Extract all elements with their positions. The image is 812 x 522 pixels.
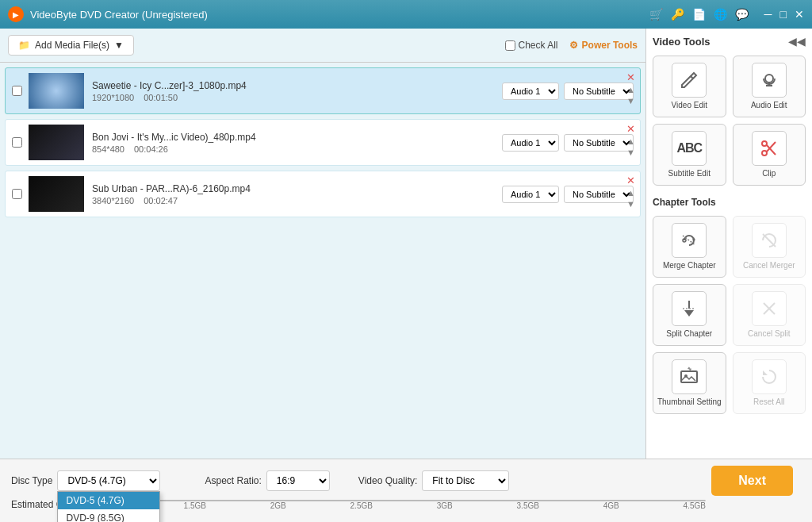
cancel-merger-label: Cancel Merger <box>743 261 795 271</box>
clip-icon <box>752 131 787 166</box>
file-thumbnail-1 <box>29 73 84 109</box>
audio-select-2[interactable]: Audio 1 <box>502 134 559 152</box>
capacity-progress-bar <box>104 500 706 501</box>
subtitle-select-2[interactable]: No Subtitle <box>564 134 634 152</box>
tools-icon: ⚙ <box>569 40 578 51</box>
svg-point-13 <box>684 374 688 378</box>
merge-chapter-icon <box>672 223 707 258</box>
next-btn-container: Next <box>711 466 801 496</box>
video-edit-label: Video Edit <box>672 101 707 110</box>
disc-type-dropdown-container: DVD-5 (4.7G) DVD-9 (8.5G) BD-25 (25GB) D… <box>57 470 160 491</box>
chat-icon[interactable]: 💬 <box>735 8 749 21</box>
svg-point-0 <box>765 75 773 83</box>
move-down-btn-2[interactable]: ▼ <box>626 148 635 157</box>
check-all-checkbox[interactable] <box>505 40 515 51</box>
next-button[interactable]: Next <box>711 466 793 496</box>
cancel-merger-btn[interactable]: Cancel Merger <box>733 216 806 278</box>
remove-file-btn-1[interactable]: ✕ <box>626 71 635 83</box>
file-info-2: Bon Jovi - It's My...ic Video)_480p.mp4 … <box>92 132 502 154</box>
thumbnail-setting-btn[interactable]: Thumbnail Setting <box>653 352 726 414</box>
file-resolution-3: 3840*2160 <box>92 196 134 205</box>
file-controls-3: Audio 1 No Subtitle <box>502 186 634 203</box>
file-controls-2: Audio 1 No Subtitle <box>502 134 634 152</box>
split-chapter-icon <box>672 291 707 326</box>
remove-file-btn-2[interactable]: ✕ <box>626 123 635 135</box>
bottom-bar: Disc Type DVD-5 (4.7G) DVD-9 (8.5G) BD-2… <box>0 459 812 522</box>
toolbar: 📁 Add Media File(s) ▼ Check All ⚙ Power … <box>0 29 645 63</box>
disc-type-label: Disc Type <box>11 475 52 486</box>
chapter-tools-grid: Merge Chapter Cancel Merger <box>653 216 806 414</box>
check-all-label[interactable]: Check All <box>505 40 558 51</box>
subtitle-select-1[interactable]: No Subtitle <box>564 83 634 100</box>
move-up-btn-3[interactable]: ▲ <box>626 188 635 198</box>
file-resolution-2: 854*480 <box>92 144 124 154</box>
file-name-3: Sub Urban - PAR...RA)-6_2160p.mp4 <box>92 183 502 194</box>
split-chapter-label: Split Chapter <box>666 329 712 339</box>
subtitle-edit-btn[interactable]: ABC Subtitle Edit <box>653 124 726 186</box>
remove-file-btn-3[interactable]: ✕ <box>626 175 635 186</box>
file-info-1: Saweetie - Icy C...zer]-3_1080p.mp4 1920… <box>92 80 502 102</box>
disc-option-dvd9[interactable]: DVD-9 (8.5G) <box>58 509 159 522</box>
dropdown-arrow: ▼ <box>114 40 124 51</box>
move-up-btn-1[interactable]: ▲ <box>626 85 635 94</box>
cart-icon[interactable]: 🛒 <box>649 8 663 21</box>
subtitle-select-3[interactable]: No Subtitle <box>564 186 634 203</box>
cancel-split-label: Cancel Split <box>748 329 790 339</box>
app-icon: ▶ <box>8 6 24 22</box>
file-thumbnail-2 <box>29 125 84 160</box>
minimize-btn[interactable]: ─ <box>764 8 772 21</box>
subtitle-edit-icon: ABC <box>672 131 707 166</box>
file-duration-3: 00:02:47 <box>144 196 178 205</box>
audio-edit-btn[interactable]: Audio Edit <box>733 56 806 117</box>
file-item-3: Sub Urban - PAR...RA)-6_2160p.mp4 3840*2… <box>5 171 641 217</box>
aspect-ratio-select[interactable]: 16:9 4:3 <box>266 470 330 491</box>
audio-select-3[interactable]: Audio 1 <box>502 186 559 203</box>
file-controls-1: Audio 1 No Subtitle <box>502 83 634 100</box>
file-list: Saweetie - Icy C...zer]-3_1080p.mp4 1920… <box>0 63 645 459</box>
add-btn-label: Add Media File(s) <box>35 40 109 51</box>
file-checkbox-2[interactable] <box>12 137 22 148</box>
key-icon[interactable]: 🔑 <box>671 8 684 21</box>
file-meta-3: 3840*2160 00:02:47 <box>92 196 502 205</box>
add-media-button[interactable]: 📁 Add Media File(s) ▼ <box>8 35 134 56</box>
aspect-ratio-field: Aspect Ratio: 16:9 4:3 <box>205 470 329 491</box>
reset-all-icon <box>752 359 787 394</box>
file-checkbox-3[interactable] <box>12 189 22 199</box>
split-chapter-btn[interactable]: Split Chapter <box>653 284 726 346</box>
bottom-content: Disc Type DVD-5 (4.7G) DVD-9 (8.5G) BD-2… <box>0 459 812 516</box>
chapter-tools-title: Chapter Tools <box>653 197 806 209</box>
merge-chapter-label: Merge Chapter <box>663 261 716 271</box>
file-checkbox-1[interactable] <box>12 86 22 96</box>
video-edit-btn[interactable]: Video Edit <box>653 56 726 117</box>
doc-icon[interactable]: 📄 <box>692 8 706 21</box>
maximize-btn[interactable]: □ <box>780 8 787 21</box>
right-panel: Video Tools ◀◀ Video Edit <box>645 29 812 459</box>
video-quality-field: Video Quality: Fit to Disc High Quality … <box>358 470 510 491</box>
merge-chapter-btn[interactable]: Merge Chapter <box>653 216 726 278</box>
file-item: Saweetie - Icy C...zer]-3_1080p.mp4 1920… <box>5 67 641 114</box>
audio-select-1[interactable]: Audio 1 <box>502 83 559 100</box>
disc-type-field: Disc Type DVD-5 (4.7G) DVD-9 (8.5G) BD-2… <box>11 470 160 491</box>
file-name-2: Bon Jovi - It's My...ic Video)_480p.mp4 <box>92 132 502 143</box>
file-actions-1: ✕ ▲ ▼ <box>626 71 635 106</box>
panel-collapse-btn[interactable]: ◀◀ <box>788 35 806 48</box>
move-down-btn-1[interactable]: ▼ <box>626 96 635 106</box>
file-name-1: Saweetie - Icy C...zer]-3_1080p.mp4 <box>92 80 502 91</box>
move-up-btn-2[interactable]: ▲ <box>626 136 635 146</box>
cancel-split-btn[interactable]: Cancel Split <box>733 284 806 346</box>
svg-marker-14 <box>763 370 768 375</box>
disc-type-select[interactable]: DVD-5 (4.7G) DVD-9 (8.5G) BD-25 (25GB) <box>57 470 160 491</box>
disc-option-dvd5[interactable]: DVD-5 (4.7G) <box>58 492 159 509</box>
video-edit-icon <box>672 63 707 98</box>
move-down-btn-3[interactable]: ▼ <box>626 199 635 209</box>
close-btn[interactable]: ✕ <box>795 8 804 21</box>
video-quality-label: Video Quality: <box>358 475 418 486</box>
toolbar-right: Check All ⚙ Power Tools <box>505 40 638 51</box>
video-quality-select[interactable]: Fit to Disc High Quality Standard <box>422 470 509 491</box>
globe-icon[interactable]: 🌐 <box>714 8 727 21</box>
power-tools-btn[interactable]: ⚙ Power Tools <box>569 40 638 51</box>
reset-all-btn[interactable]: Reset All <box>733 352 806 414</box>
chapter-tools-section: Chapter Tools Merge Chapter <box>653 197 806 414</box>
clip-btn[interactable]: Clip <box>733 124 806 186</box>
file-meta-1: 1920*1080 00:01:50 <box>92 93 502 102</box>
